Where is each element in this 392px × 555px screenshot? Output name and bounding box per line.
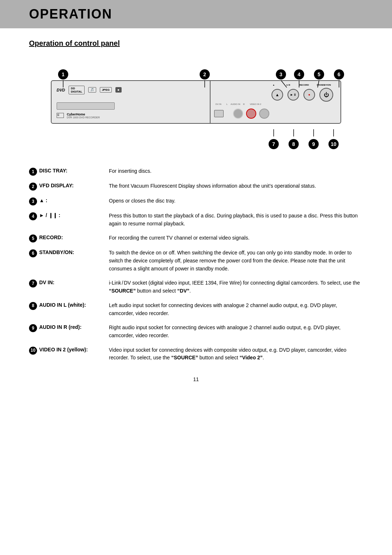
item-label-text: DISC TRAY:: [39, 167, 68, 175]
device-diagram: 1 2 3 4 5 6 DVD DDDIGITAL 🎵 JPEG ■ ⊏: [29, 58, 363, 153]
page: OPERATION Operation of control panel 1 2…: [0, 0, 392, 555]
brand-name: CyberHome: [67, 113, 100, 116]
audio-in-l-label: L: [226, 103, 228, 105]
item-label-text: AUDIO IN R (red):: [39, 324, 82, 331]
item-label: 6STANDBY/ON:: [29, 249, 109, 257]
port-labels-row: DV IN L AUDIO IN R VIDEO IN 2: [214, 102, 337, 106]
item-label: 10VIDEO IN 2 (yellow):: [29, 346, 109, 355]
device-model: DVR 1600 DVD RECORDER: [67, 116, 100, 119]
item-number: 4: [29, 212, 37, 220]
item-label-text: DV IN:: [39, 279, 54, 286]
item-description: Opens or closes the disc tray.: [109, 197, 363, 205]
standby-button[interactable]: ⏻: [319, 88, 333, 102]
diagram-num-7: 7: [269, 139, 279, 149]
audio-l-port-group: [233, 109, 243, 119]
device-logos: DVD DDDIGITAL 🎵 JPEG ■: [57, 86, 205, 94]
record-button[interactable]: ●: [303, 89, 315, 101]
list-item: 10VIDEO IN 2 (yellow):Video input socket…: [29, 346, 363, 362]
jpeg-logo: JPEG: [100, 87, 112, 93]
list-item: 4► / ❙❙ :Press this button to start the …: [29, 212, 363, 228]
item-label-text: ▲ :: [39, 197, 47, 204]
item-label: 2VFD DISPLAY:: [29, 182, 109, 191]
item-description: For recording the current TV channel or …: [109, 234, 363, 242]
device-right-panel: ▲ ►/II RECORD STANDBY/ON ▲ ►⏸ ●: [211, 81, 340, 123]
extra-logo: ■: [115, 87, 122, 93]
item-label-text: AUDIO IN L (white):: [39, 302, 86, 309]
item-label: 9AUDIO IN R (red):: [29, 324, 109, 332]
diagram-num-2: 2: [200, 69, 210, 79]
item-number: 5: [29, 234, 37, 242]
brand-icon: ⊏: [57, 113, 64, 118]
item-number: 9: [29, 324, 37, 332]
item-number: 7: [29, 279, 37, 287]
item-description: The front Vacuum Fluorescent Display sho…: [109, 182, 363, 190]
item-label-text: RECORD:: [39, 234, 63, 241]
eject-label: ▲: [268, 84, 279, 86]
item-description: Video input socket for connecting device…: [109, 346, 363, 362]
button-labels-row: ▲ ►/II RECORD STANDBY/ON: [214, 84, 337, 86]
item-description: For inserting discs.: [109, 167, 363, 175]
diagram-num-10: 10: [328, 139, 339, 149]
item-label-text: VIDEO IN 2 (yellow):: [39, 346, 88, 354]
item-label: 4► / ❙❙ :: [29, 212, 109, 220]
dv-in-port-group: [214, 110, 224, 117]
play-pause-icon: ►⏸: [290, 93, 297, 97]
dvd-logo: DVD: [57, 88, 65, 92]
dd-digital-logo: DDDIGITAL: [69, 86, 84, 94]
list-item: 8AUDIO IN L (white):Left audio input soc…: [29, 302, 363, 317]
device-brand: ⊏ CyberHome DVR 1600 DVD RECORDER: [57, 113, 205, 119]
audio-r-port-group: [246, 109, 256, 119]
list-item: 6STANDBY/ON:To switch the device on or o…: [29, 249, 363, 273]
dv-in-port: [214, 110, 224, 117]
diagram-num-9: 9: [309, 139, 319, 149]
device-box: DVD DDDIGITAL 🎵 JPEG ■ ⊏ CyberHome DVR 1…: [51, 80, 341, 124]
item-description: To switch the device on or off. When swi…: [109, 249, 363, 273]
item-label: 3▲ :: [29, 197, 109, 205]
item-label-text: VFD DISPLAY:: [39, 182, 74, 189]
header-bar: OPERATION: [0, 0, 392, 28]
record-icon: ●: [308, 93, 310, 97]
item-description: Press this button to start the playback …: [109, 212, 363, 228]
diagram-num-5: 5: [314, 69, 324, 79]
eject-button[interactable]: ▲: [271, 89, 283, 101]
item-label: 8AUDIO IN L (white):: [29, 302, 109, 310]
diagram-num-6: 6: [334, 69, 344, 79]
audio-r-port: [246, 109, 256, 119]
record-label: RECORD: [297, 84, 311, 86]
play-label: ►/II: [282, 84, 294, 86]
section-title: Operation of control panel: [29, 39, 363, 48]
video-in-port: [259, 109, 269, 119]
top-buttons-row: ▲ ►⏸ ● ⏻: [214, 88, 337, 102]
page-number: 11: [29, 376, 363, 382]
play-pause-button[interactable]: ►⏸: [287, 89, 299, 101]
video-in-port-group: [259, 109, 269, 119]
video-in-2-label: VIDEO IN 2: [250, 103, 261, 105]
item-description: Left audio input socket for connecting d…: [109, 302, 363, 317]
item-number: 10: [29, 347, 37, 355]
item-description: i-Link / DV socket (digital video input,…: [109, 279, 363, 295]
item-number: 1: [29, 168, 37, 176]
diagram-num-8: 8: [289, 139, 299, 149]
item-description: Right audio input socket for connecting …: [109, 324, 363, 339]
audio-l-port: [233, 109, 243, 119]
diagram-num-4: 4: [294, 69, 304, 79]
diagram-num-1: 1: [58, 69, 68, 79]
list-item: 2VFD DISPLAY:The front Vacuum Fluorescen…: [29, 182, 363, 191]
standby-label: STANDBY/ON: [314, 84, 333, 86]
list-item: 1DISC TRAY:For inserting discs.: [29, 167, 363, 176]
item-number: 6: [29, 249, 37, 257]
audio-in-label: AUDIO IN: [230, 103, 240, 105]
item-number: 8: [29, 302, 37, 310]
disc-tray-slot: [57, 102, 115, 110]
page-title: OPERATION: [29, 7, 363, 22]
list-item: 5RECORD:For recording the current TV cha…: [29, 234, 363, 242]
eject-icon: ▲: [275, 93, 279, 97]
device-left-panel: DVD DDDIGITAL 🎵 JPEG ■ ⊏ CyberHome DVR 1…: [52, 81, 211, 123]
dv-in-label: DV IN: [216, 103, 221, 105]
list-item: 9AUDIO IN R (red):Right audio input sock…: [29, 324, 363, 339]
list-item: 7DV IN:i-Link / DV socket (digital video…: [29, 279, 363, 295]
items-list: 1DISC TRAY:For inserting discs.2VFD DISP…: [29, 167, 363, 362]
list-item: 3▲ :Opens or closes the disc tray.: [29, 197, 363, 205]
item-number: 3: [29, 197, 37, 205]
item-label: 7DV IN:: [29, 279, 109, 287]
